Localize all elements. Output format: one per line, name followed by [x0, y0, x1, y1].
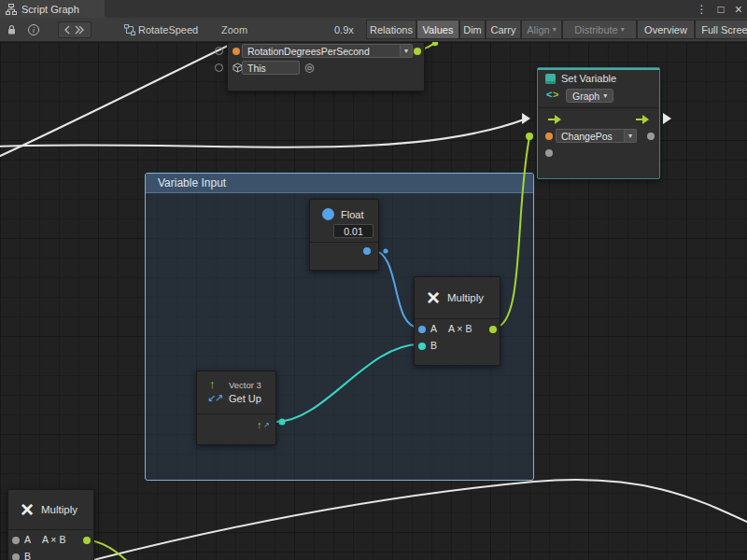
close-icon[interactable]: ×: [735, 2, 742, 17]
multiply-icon: ×: [427, 287, 440, 309]
diag-arrow-icon: ↗: [215, 392, 223, 404]
node-get-up[interactable]: ↑ ↙ ↗ Vector 3 Get Up ↑ ↗: [196, 371, 276, 445]
toolbar-button-align: Align▾: [521, 20, 562, 39]
zoom-label: Zoom: [221, 18, 247, 42]
variable-name-dropdown[interactable]: RotationDegreesPerSecond: [242, 44, 401, 58]
node-set-variable[interactable]: Set Variable < > Graph▾ ChangePos ▾: [537, 67, 660, 179]
node-get-variable[interactable]: RotationDegreesPerSecond ▾ This ◎: [227, 42, 425, 91]
input-a-port[interactable]: [418, 326, 426, 333]
toolbar-button-carry[interactable]: Carry: [486, 20, 521, 39]
port-label-b: B: [430, 340, 437, 351]
breadcrumb-graph-name[interactable]: RotateSpeed: [138, 18, 198, 42]
toolbar-button-relations[interactable]: Relations: [366, 20, 416, 39]
node-title: Multiply: [41, 504, 78, 515]
toolbar-button-dim[interactable]: Dim: [459, 20, 486, 39]
value-out-port[interactable]: [647, 133, 655, 140]
graph-canvas[interactable]: Variable Input RotationDegreesPerSecond: [0, 42, 747, 560]
vector-out-port-diag[interactable]: ↗: [263, 421, 270, 429]
group-header[interactable]: Variable Input: [146, 174, 533, 193]
flow-out-arrow-icon[interactable]: [635, 114, 650, 125]
object-picker-icon[interactable]: ◎: [304, 61, 314, 74]
chevron-down-icon[interactable]: ▾: [625, 129, 637, 143]
chevron-right-icon: >: [553, 89, 558, 100]
input-a-port[interactable]: [12, 537, 20, 544]
float-out-port[interactable]: [363, 247, 371, 255]
target-this-field[interactable]: This: [242, 61, 300, 75]
variable-name-port[interactable]: [545, 133, 553, 140]
flow-in-arrow-icon[interactable]: [547, 114, 562, 125]
chevrons-icon[interactable]: [58, 21, 92, 38]
extra-port[interactable]: [545, 149, 553, 157]
node-multiply-2[interactable]: × Multiply A A × B B: [7, 489, 94, 560]
graph-toolbar: i RotateSpeed Zoom 0.9x Relations Values…: [0, 18, 747, 42]
info-icon[interactable]: i: [26, 18, 41, 42]
up-arrow-icon: ↑: [209, 377, 216, 391]
chevron-down-icon[interactable]: ▾: [401, 44, 413, 58]
selection-highlight: [538, 68, 659, 70]
toolbar-button-fullscreen[interactable]: Full Screen: [695, 20, 747, 39]
node-title: Get Up: [229, 393, 261, 404]
variable-name-dropdown[interactable]: ChangePos: [556, 129, 625, 143]
group-title: Variable Input: [158, 176, 226, 189]
node-title: Multiply: [447, 292, 484, 303]
port-label-result: A × B: [448, 323, 472, 334]
toolbar-button-distribute: Distribute▾: [562, 20, 637, 39]
lock-icon[interactable]: [4, 18, 19, 42]
get-variable-target-input-port[interactable]: [215, 63, 223, 72]
node-type-label: Vector 3: [229, 380, 261, 390]
set-variable-value-in-port[interactable]: [526, 133, 533, 140]
port-label-b: B: [24, 551, 31, 560]
node-float-literal[interactable]: Float 0.01: [309, 199, 379, 271]
multiply-icon: ×: [21, 498, 34, 521]
result-out-port[interactable]: [489, 326, 497, 333]
maximize-icon[interactable]: □: [718, 3, 725, 16]
window-controls: ⋮ □ ×: [697, 0, 742, 18]
input-b-port[interactable]: [418, 343, 426, 350]
get-variable-name-input-port[interactable]: [215, 47, 223, 55]
result-out-port[interactable]: [83, 537, 91, 544]
vector-out-port[interactable]: ↑: [257, 419, 262, 430]
variable-scope-dropdown[interactable]: Graph▾: [566, 89, 613, 103]
toolbar-button-values[interactable]: Values: [416, 20, 459, 39]
variable-name-port[interactable]: [233, 48, 240, 55]
port-label-result: A × B: [42, 534, 65, 545]
tab-title: Script Graph: [21, 4, 79, 15]
node-multiply[interactable]: × Multiply A A × B B: [414, 276, 500, 366]
port-label-a: A: [24, 534, 31, 545]
graph-asset-icon: [123, 18, 136, 42]
variable-box-icon: [545, 74, 556, 84]
kebab-menu-icon[interactable]: ⋮: [697, 3, 708, 16]
tab-script-graph[interactable]: Script Graph: [0, 0, 105, 18]
zoom-value: 0.9x: [334, 18, 354, 42]
variable-value-out-port[interactable]: [414, 48, 421, 55]
float-value-input[interactable]: 0.01: [333, 224, 374, 238]
float-type-icon: [322, 208, 334, 220]
input-b-port[interactable]: [12, 553, 20, 560]
node-title: Set Variable: [561, 73, 616, 84]
script-graph-icon: [6, 4, 17, 15]
port-label-a: A: [430, 323, 437, 334]
toolbar-button-overview[interactable]: Overview: [637, 20, 695, 39]
title-bar: Script Graph ⋮ □ ×: [0, 0, 747, 18]
unity-script-graph-window: Script Graph ⋮ □ × i: [0, 0, 747, 560]
flow-out-connector[interactable]: [663, 113, 671, 124]
chevron-left-icon: <: [546, 89, 552, 100]
flow-in-connector[interactable]: [522, 113, 530, 124]
node-title: Float: [341, 209, 363, 220]
